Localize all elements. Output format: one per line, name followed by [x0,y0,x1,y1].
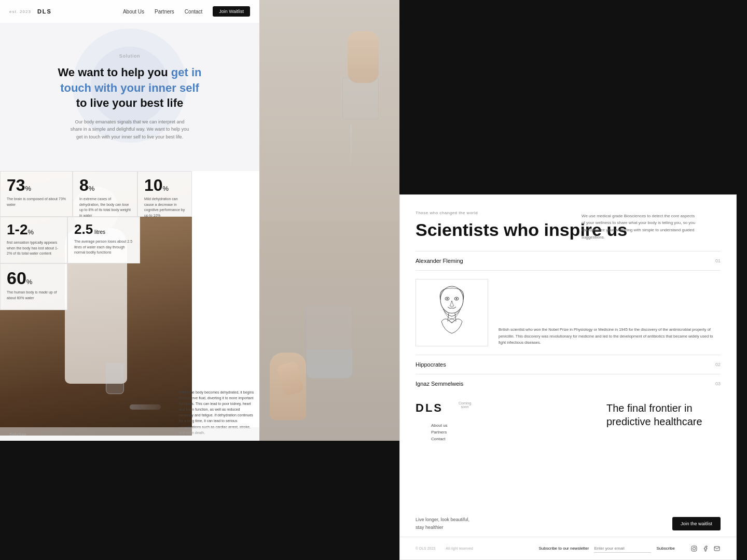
nav-contact[interactable]: Contact [185,9,202,15]
stat-number-12: 1-2% [7,222,61,237]
join-waitlist-button[interactable]: Join the waitlist [672,517,721,530]
live-longer-line2: stay healthier [416,525,444,530]
live-longer-line1: Live longer, look beautiful, [416,517,469,522]
facebook-icon[interactable] [702,545,709,552]
scientist-name-1: Hippocrates [416,361,446,368]
live-longer-text: Live longer, look beautiful, stay health… [416,516,469,531]
stat-card-10: 10% Mild dehydration can cause a decreas… [137,171,192,217]
stat-desc-8: In extreme cases of dehydration, the bod… [79,197,131,218]
scientist-name-0: Alexander Fleming [416,258,463,264]
scientist-illustration-0 [416,279,488,346]
logo-sub: est. 2023 [9,9,31,14]
scientist-bio-0: British scientist who won the Nobel Priz… [499,327,721,346]
scientist-num-0: 01 [715,258,721,263]
instagram-icon[interactable] [690,545,698,552]
hero-section-label: Solution [119,53,141,59]
subscribe-button[interactable]: Subscribe [656,546,675,551]
nav-links: About Us Partners Contact Join Waitlist [123,6,250,17]
stat-unit-10: % [163,185,169,192]
left-panel: est. 2023 DLS About Us Partners Contact … [0,0,259,441]
hero-title: We want to help you get in touch with yo… [47,65,213,111]
footer-link-contact[interactable]: Contact [431,437,471,441]
stat-desc-25: The average person loses about 2.5 litre… [74,239,133,256]
stat-card-8: 8% In extreme cases of dehydration, the … [73,171,137,217]
middle-bg [259,0,399,441]
footer-cta-row: Live longer, look beautiful, stay health… [416,516,721,531]
stat-card-60: 60% The human body is made up of about 6… [0,263,67,310]
nav-partners[interactable]: Partners [155,9,174,15]
footer-left: DLS Coming soon About us Partners Contac… [416,401,471,443]
scientists-description: We use medical grade Biosciences to dete… [582,213,696,241]
stat-card-25: 2.5 litres The average person loses abou… [67,217,140,263]
stat-unit-12: % [27,228,34,236]
stat-unit-60: % [26,278,33,286]
footer-bottom-bar: © DLS 2023 All right reserved Subscribe … [400,537,736,559]
footer-links: About us Partners Contact [416,423,471,441]
scientist-num-1: 02 [715,362,721,367]
solution-bottom-label: Solution [0,427,259,441]
footer-social [690,545,721,552]
scientist-row-0[interactable]: Alexander Fleming 01 [416,251,721,270]
footer-link-about[interactable]: About us [431,423,471,428]
stat-card-12: 1-2% first sensation typically appears w… [0,217,67,263]
newsletter-input[interactable] [594,544,651,553]
footer-right: The final frontier in predictive healthc… [606,401,721,443]
mail-icon[interactable] [713,545,721,552]
footer-link-partners[interactable]: Partners [431,430,471,435]
svg-rect-9 [691,546,697,551]
logo: est. 2023 DLS [9,8,52,15]
stat-desc-10: Mild dehydration can cause a decrease in… [144,197,185,218]
footer-coming-soon: Coming soon [459,401,471,409]
fleming-portrait-svg [426,284,478,341]
stat-desc-73: The brain is composed of about 73% water [7,197,66,207]
stat-desc-12: first sensation typically appears when t… [7,240,61,257]
hero-title-end: to live your best life [76,96,184,109]
stat-unit-8: % [89,185,95,192]
glass-held [106,363,124,394]
navbar: est. 2023 DLS About Us Partners Contact … [0,0,259,23]
stat-number-8: 8% [79,177,131,193]
hero-title-plain: We want to help you [58,66,168,79]
nav-cta-button[interactable]: Join Waitlist [213,6,250,17]
hero-description: Our body emanates signals that we can in… [70,118,189,141]
stat-desc-60: The human body is made up of about 60% w… [7,290,61,301]
footer-panel: DLS Coming soon About us Partners Contac… [399,389,737,560]
svg-point-0 [440,286,463,313]
nav-about[interactable]: About Us [123,9,144,15]
stat-number-25: 2.5 litres [74,222,133,236]
footer-copyright: © DLS 2023 [416,547,435,550]
footer-coming-soon-text: Coming soon [459,401,471,409]
stat-number-10: 10% [144,177,185,193]
footer-rights: All right reserved [446,547,473,550]
stat-card-73: 73% The brain is composed of about 73% w… [0,171,73,217]
footer-tagline: The final frontier in predictive healthc… [606,401,721,428]
svg-point-3 [447,298,448,300]
stat-unit-73: % [25,185,32,192]
stat-number-60: 60% [7,269,61,287]
logo-text: DLS [37,8,52,15]
stat-number-73: 73% [7,177,66,193]
stats-section: 73% The brain is composed of about 73% w… [0,171,259,441]
hero-section: Solution We want to help you get in touc… [0,0,259,171]
water-pour [130,404,161,410]
scientist-name-2: Ignaz Semmelweis [416,381,463,387]
svg-point-10 [693,547,696,550]
solution-label-text: Solution [9,432,26,437]
svg-point-11 [695,547,696,547]
scientist-expanded-0: British scientist who won the Nobel Priz… [416,270,721,355]
footer-logo: DLS [416,401,443,415]
middle-panel [259,0,399,441]
scientists-section: Those who changed the world Scientists w… [400,195,736,413]
footer-logo-row: DLS Coming soon [416,401,471,415]
scientist-row-1[interactable]: Hippocrates 02 [416,355,721,374]
stat-unit-25: litres [93,229,105,235]
newsletter-section: Subscribe to our newsletter Subscribe [538,544,675,553]
middle-overlay [259,0,399,441]
footer-content: DLS Coming soon About us Partners Contac… [400,389,736,443]
newsletter-label: Subscribe to our newsletter [538,546,589,551]
scientist-num-2: 03 [715,381,721,386]
svg-point-4 [456,298,458,300]
